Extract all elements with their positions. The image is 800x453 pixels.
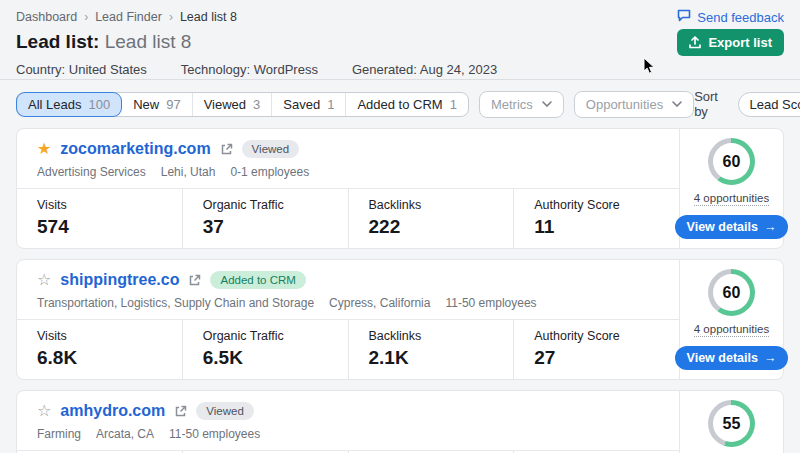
chevron-right-icon: › <box>169 10 173 24</box>
sort-controls: Sort by Lead Score <box>694 89 800 119</box>
lead-card-rail: 60 4 opportunities View details → <box>679 260 783 379</box>
metric-value-organic-traffic: 6.5K <box>203 347 340 369</box>
metric-label-backlinks: Backlinks <box>369 329 506 343</box>
status-badge: Viewed <box>196 402 254 420</box>
arrow-right-icon: → <box>764 351 777 365</box>
lead-metrics: Visits6.8K Organic Traffic6.5K Backlinks… <box>17 319 679 379</box>
tab-all-leads[interactable]: All Leads 100 <box>17 93 121 116</box>
status-badge: Viewed <box>242 140 300 158</box>
page-header: Dashboard › Lead Finder › Lead list 8 Se… <box>0 0 800 80</box>
tab-viewed-label: Viewed <box>204 97 246 112</box>
lead-domain-link[interactable]: shippingtree.co <box>60 271 179 289</box>
breadcrumb-dashboard[interactable]: Dashboard <box>16 10 77 24</box>
export-list-button[interactable]: Export list <box>677 29 784 56</box>
metric-label-organic-traffic: Organic Traffic <box>203 198 340 212</box>
lead-employees: 11-50 employees <box>445 296 536 310</box>
opportunities-link[interactable]: 4 opportunities <box>694 192 769 206</box>
metric-label-authority-score: Authority Score <box>534 198 671 212</box>
lead-score-value: 60 <box>713 143 750 180</box>
page-title-label: Lead list: <box>16 31 99 52</box>
external-link-icon[interactable] <box>220 143 233 156</box>
metric-label-visits: Visits <box>37 198 174 212</box>
tab-added-to-crm[interactable]: Added to CRM 1 <box>345 93 468 116</box>
tab-viewed-count: 3 <box>253 97 260 112</box>
tab-saved-label: Saved <box>283 97 320 112</box>
lead-score-donut: 60 <box>708 138 755 185</box>
breadcrumb: Dashboard › Lead Finder › Lead list 8 <box>16 10 784 24</box>
breadcrumb-lead-list-8: Lead list 8 <box>180 10 237 24</box>
lead-card: ★ zocomarketing.com Viewed Advertising S… <box>16 128 784 249</box>
lead-card-rail: 55 3 opportunities View details → <box>679 391 783 453</box>
lead-location: Arcata, CA <box>96 427 154 441</box>
list-meta: Country: United States Technology: WordP… <box>16 62 784 77</box>
status-badge: Added to CRM <box>210 271 305 289</box>
view-details-label: View details <box>687 220 758 234</box>
star-toggle-icon[interactable]: ☆ <box>37 403 51 419</box>
lead-cards-list: ★ zocomarketing.com Viewed Advertising S… <box>0 119 800 453</box>
arrow-right-icon: → <box>764 220 777 234</box>
meta-technology: Technology: WordPress <box>181 62 318 77</box>
page-title-value: Lead list 8 <box>105 31 192 52</box>
metric-value-authority-score: 11 <box>534 216 671 238</box>
metric-label-authority-score: Authority Score <box>534 329 671 343</box>
tab-saved-count: 1 <box>327 97 334 112</box>
tab-all-leads-count: 100 <box>88 97 110 112</box>
sort-by-label: Sort by <box>694 89 730 119</box>
send-feedback-label: Send feedback <box>697 10 784 25</box>
tab-new-count: 97 <box>166 97 180 112</box>
lead-industry: Transportation, Logistics, Supply Chain … <box>37 296 314 310</box>
external-link-icon[interactable] <box>188 274 201 287</box>
metric-value-backlinks: 2.1K <box>369 347 506 369</box>
lead-score-value: 55 <box>713 405 750 442</box>
opportunities-dropdown[interactable]: Opportunities <box>574 91 694 118</box>
lead-card-header: ☆ amhydro.com Viewed Farming Arcata, CA … <box>17 391 679 450</box>
filter-toolbar: All Leads 100 New 97 Viewed 3 Saved 1 Ad… <box>0 80 800 119</box>
metric-label-backlinks: Backlinks <box>369 198 506 212</box>
send-feedback-link[interactable]: Send feedback <box>677 9 784 25</box>
lead-description: Advertising Services Lehi, Utah 0-1 empl… <box>37 165 659 179</box>
sort-select-value: Lead Score <box>749 97 800 112</box>
external-link-icon[interactable] <box>174 405 187 418</box>
page-title: Lead list: Lead list 8 <box>16 31 784 53</box>
export-list-label: Export list <box>708 35 772 50</box>
tab-viewed[interactable]: Viewed 3 <box>192 93 272 116</box>
opportunities-dropdown-label: Opportunities <box>586 97 663 112</box>
metric-value-organic-traffic: 37 <box>203 216 340 238</box>
chevron-right-icon: › <box>84 10 88 24</box>
metric-label-organic-traffic: Organic Traffic <box>203 329 340 343</box>
meta-country: Country: United States <box>16 62 147 77</box>
star-toggle-icon[interactable]: ★ <box>37 141 51 157</box>
metric-value-authority-score: 27 <box>534 347 671 369</box>
lead-card-header: ★ zocomarketing.com Viewed Advertising S… <box>17 129 679 188</box>
meta-generated: Generated: Aug 24, 2023 <box>352 62 497 77</box>
star-toggle-icon[interactable]: ☆ <box>37 272 51 288</box>
metrics-dropdown-label: Metrics <box>491 97 533 112</box>
lead-card-rail: 60 4 opportunities View details → <box>679 129 783 248</box>
opportunities-link[interactable]: 4 opportunities <box>694 323 769 337</box>
lead-card: ☆ amhydro.com Viewed Farming Arcata, CA … <box>16 390 784 453</box>
breadcrumb-lead-finder[interactable]: Lead Finder <box>95 10 162 24</box>
tab-saved[interactable]: Saved 1 <box>271 93 345 116</box>
leads-filter-tabs: All Leads 100 New 97 Viewed 3 Saved 1 Ad… <box>16 92 469 117</box>
lead-industry: Advertising Services <box>37 165 146 179</box>
lead-score-donut: 55 <box>708 400 755 447</box>
sort-select[interactable]: Lead Score <box>738 92 800 117</box>
lead-domain-link[interactable]: zocomarketing.com <box>60 140 210 158</box>
metric-label-visits: Visits <box>37 329 174 343</box>
lead-card-main: ☆ amhydro.com Viewed Farming Arcata, CA … <box>17 391 679 453</box>
lead-industry: Farming <box>37 427 81 441</box>
lead-card-header: ☆ shippingtree.co Added to CRM Transport… <box>17 260 679 319</box>
tab-new[interactable]: New 97 <box>121 93 191 116</box>
tab-added-to-crm-label: Added to CRM <box>357 97 442 112</box>
metric-value-visits: 6.8K <box>37 347 174 369</box>
lead-location: Cypress, California <box>329 296 430 310</box>
lead-score-donut: 60 <box>708 269 755 316</box>
lead-card: ☆ shippingtree.co Added to CRM Transport… <box>16 259 784 380</box>
lead-score-value: 60 <box>713 274 750 311</box>
lead-domain-link[interactable]: amhydro.com <box>60 402 165 420</box>
lead-card-main: ☆ shippingtree.co Added to CRM Transport… <box>17 260 679 379</box>
view-details-button[interactable]: View details → <box>675 346 789 370</box>
metrics-dropdown[interactable]: Metrics <box>479 91 564 118</box>
view-details-button[interactable]: View details → <box>675 215 789 239</box>
chevron-down-icon <box>672 101 682 107</box>
